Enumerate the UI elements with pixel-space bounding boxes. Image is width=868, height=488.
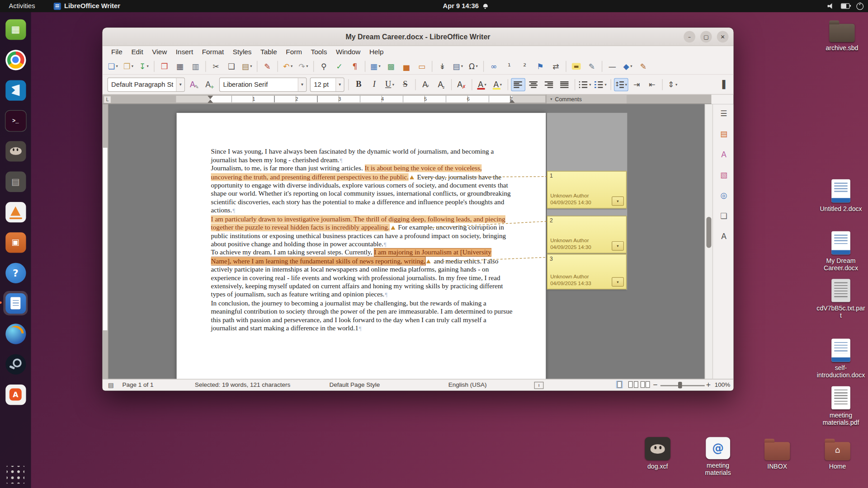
activities-button[interactable]: Activities (5, 0, 38, 12)
close-button[interactable]: ✕ (717, 31, 729, 42)
clear-direct-formatting-button[interactable]: A✗ (454, 78, 469, 91)
insert-endnote-button[interactable]: ² (518, 60, 532, 73)
cut-button[interactable]: ✂ (209, 60, 223, 73)
document-text[interactable]: Since I was young, I have always been fa… (211, 148, 514, 333)
dock-files[interactable]: ▤ (3, 169, 28, 194)
statusbar-page-style[interactable]: Default Page Style (330, 381, 380, 388)
track-changes-button[interactable]: ✎ (585, 60, 599, 73)
desktop-icon-self-introduction-docx[interactable]: self-introduction.docx (816, 338, 867, 379)
comment-menu-button[interactable]: ▾ (612, 241, 624, 251)
zoom-level[interactable]: 100% (715, 381, 730, 388)
find-and-replace-button[interactable]: ⚲ (316, 60, 331, 73)
new-document-button[interactable]: ❏▾ (106, 60, 120, 73)
line-spacing-button[interactable]: ▾ (614, 78, 628, 91)
highlighting-color-button[interactable]: A▾ (491, 78, 505, 91)
menu-tools[interactable]: Tools (307, 47, 331, 57)
menu-help[interactable]: Help (365, 47, 388, 57)
system-status-area[interactable] (828, 0, 864, 12)
superscript-button[interactable]: A² (419, 78, 433, 91)
basic-shapes-button[interactable]: ◆▾ (621, 60, 635, 73)
dock-steam[interactable] (3, 352, 28, 376)
document-page[interactable]: Since I was young, I have always been fa… (177, 113, 546, 379)
dock-terminal[interactable]: >_ (3, 108, 28, 133)
decrease-indent-button[interactable]: ⇤ (645, 78, 660, 91)
increase-indent-button[interactable]: ⇥ (629, 78, 644, 91)
basic-shapes-dropdown[interactable]: ▾ (630, 64, 632, 68)
desktop-icon-meeting-materials-pdf[interactable]: meeting materials.pdf (816, 386, 867, 427)
minimize-button[interactable]: – (684, 31, 695, 42)
dock-vscode[interactable] (3, 78, 28, 103)
open-file-button[interactable]: ❐▾ (121, 60, 136, 73)
insert-footnote-button[interactable]: ¹ (502, 60, 517, 73)
insert-page-break-button[interactable]: ↡ (435, 60, 449, 73)
insert-comment-button[interactable]: ▬ (569, 60, 584, 73)
font-name-combo[interactable]: Liberation Serif▾ (219, 77, 307, 92)
paragraph-style-combo-dropdown[interactable]: ▾ (176, 78, 184, 91)
line-spacing-dropdown[interactable]: ▾ (625, 82, 627, 87)
highlighting-color-dropdown[interactable]: ▾ (500, 82, 502, 87)
first-line-indent-marker[interactable] (208, 96, 213, 99)
insert-chart-button[interactable]: ▅ (399, 60, 414, 73)
dock-libreoffice-calc[interactable]: ▦ (3, 17, 28, 42)
horizontal-ruler[interactable]: L ▾ Comments 1234567 (103, 94, 712, 104)
bold-button[interactable]: B (352, 78, 366, 91)
font-size-combo-dropdown[interactable]: ▾ (335, 78, 344, 91)
desktop-icon-home[interactable]: ⌂Home (812, 437, 863, 470)
undo-dropdown[interactable]: ▾ (291, 64, 292, 68)
menu-format[interactable]: Format (198, 47, 228, 57)
open-file-dropdown[interactable]: ▾ (132, 64, 133, 68)
menu-window[interactable]: Window (331, 47, 365, 57)
dock-libreoffice-impress[interactable]: ▣ (3, 230, 28, 254)
insert-table-button[interactable]: ▦▾ (368, 60, 382, 73)
comment-card-3[interactable]: 3Unknown Author04/09/2025 14:33▾ (547, 254, 627, 289)
statusbar-word-count[interactable]: Selected: 19 words, 121 characters (195, 381, 290, 388)
font-color-button[interactable]: A▾ (475, 78, 490, 91)
dock-help[interactable]: ? (3, 261, 28, 285)
insert-text-box-button[interactable]: ▭ (415, 60, 429, 73)
comment-menu-button[interactable]: ▾ (612, 197, 624, 206)
page-deck-icon[interactable]: ❏ (717, 209, 731, 223)
book-view-button[interactable] (639, 380, 651, 388)
paragraph-style-combo[interactable]: Default Paragraph Styl▾ (108, 77, 185, 92)
font-color-dropdown[interactable]: ▾ (484, 82, 486, 87)
comment-menu-button[interactable]: ▾ (612, 277, 624, 286)
desktop-icon-untitled-2-docx[interactable]: Untitled 2.docx (816, 179, 867, 212)
menu-table[interactable]: Table (256, 47, 281, 57)
insert-bookmark-button[interactable]: ⚑ (533, 60, 547, 73)
menu-styles[interactable]: Styles (228, 47, 256, 57)
subscript-button[interactable]: A₂ (434, 78, 448, 91)
statusbar-language[interactable]: English (USA) (448, 381, 487, 388)
sidebar-deck-toggle-button[interactable]: ▐ (715, 78, 730, 91)
insert-cross-reference-button[interactable]: ⇄ (548, 60, 563, 73)
menu-form[interactable]: Form (282, 47, 307, 57)
zoom-in-button[interactable]: + (706, 381, 711, 389)
desktop-icon-my-dream-career-docx[interactable]: My Dream Career.docx (816, 231, 867, 272)
dock-libreoffice-writer[interactable] (3, 291, 28, 315)
desktop-icon-archive-sbd[interactable]: archive.sbd (816, 19, 868, 52)
underline-dropdown[interactable]: ▾ (392, 82, 394, 87)
paste-dropdown[interactable]: ▾ (250, 64, 252, 68)
insert-image-button[interactable]: ▩ (384, 60, 398, 73)
formatting-marks-button[interactable]: ¶ (348, 60, 362, 73)
desktop-icon-dog-xcf[interactable]: dog.xcf (632, 437, 683, 470)
new-style-button[interactable]: A+ (203, 78, 217, 91)
insert-field-button[interactable]: ▤▾ (451, 60, 465, 73)
dock-firefox[interactable] (3, 321, 28, 346)
single-page-view-button[interactable] (616, 380, 623, 388)
unordered-list-dropdown[interactable]: ▾ (589, 82, 591, 87)
comment-card-1[interactable]: 1Unknown Author04/09/2025 14:30▾ (547, 171, 627, 208)
titlebar[interactable]: My Dream Career.docx - LibreOffice Write… (103, 28, 734, 46)
sidebar-settings-icon[interactable]: ☰ (717, 106, 731, 121)
align-justified-button[interactable] (557, 78, 572, 91)
show-draw-functions-button[interactable]: ✎ (636, 60, 651, 73)
copy-button[interactable]: ❑ (224, 60, 239, 73)
zoom-slider-thumb[interactable] (678, 382, 682, 389)
redo-button[interactable]: ↷▾ (296, 60, 311, 73)
focused-app-menu[interactable]: LibreOffice Writer (54, 0, 120, 12)
undo-button[interactable]: ↶▾ (281, 60, 295, 73)
print-button[interactable]: ▦ (173, 60, 187, 73)
print-preview-button[interactable]: ▥ (188, 60, 203, 73)
multi-page-view-button[interactable] (627, 380, 639, 388)
paragraph-spacing-button[interactable]: ⇕▾ (665, 78, 680, 91)
ordered-list-button[interactable]: ▾ (594, 78, 608, 91)
